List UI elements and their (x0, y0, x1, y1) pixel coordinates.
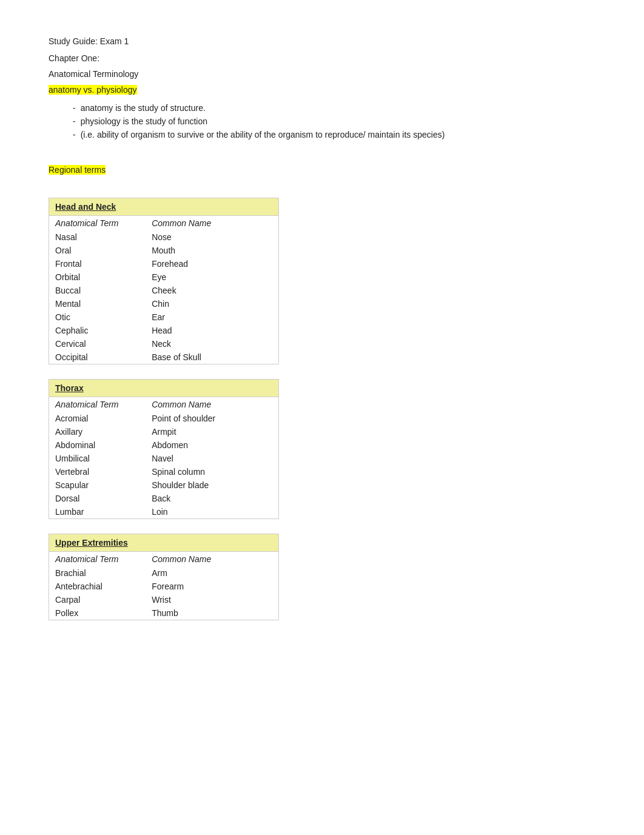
common-name: Abdomen (146, 438, 278, 452)
common-name: Eye (146, 270, 278, 284)
anatomical-term: Vertebral (49, 465, 146, 478)
table-row: UmbilicalNavel (49, 452, 279, 465)
common-name: Back (146, 492, 278, 505)
common-name: Wrist (146, 593, 278, 606)
col-header-anatomical: Anatomical Term (49, 397, 146, 412)
common-name: Cheek (146, 284, 278, 297)
common-name: Chin (146, 297, 278, 310)
table-row: VertebralSpinal column (49, 465, 279, 478)
table-row: CarpalWrist (49, 593, 279, 606)
tables-container: Head and NeckAnatomical TermCommon NameN… (49, 198, 595, 620)
anatomical-term: Buccal (49, 284, 146, 297)
common-name: Head (146, 324, 278, 337)
highlight-regional-terms: Regional terms (49, 165, 106, 175)
bullet-list: anatomy is the study of structure. physi… (73, 103, 595, 139)
common-name: Point of shoulder (146, 412, 278, 425)
bullet-item-3: (i.e. ability of organism to survive or … (73, 130, 595, 139)
anatomical-term: Lumbar (49, 505, 146, 519)
anatomical-term: Carpal (49, 593, 146, 606)
table-row: OralMouth (49, 244, 279, 257)
table-row: OrbitalEye (49, 270, 279, 284)
col-header-common: Common Name (146, 397, 278, 412)
anatomical-term: Brachial (49, 566, 146, 580)
common-name: Arm (146, 566, 278, 580)
common-name: Shoulder blade (146, 478, 278, 492)
col-header-anatomical: Anatomical Term (49, 216, 146, 231)
table-header-thorax: Thorax (49, 380, 279, 397)
table-row: ScapularShoulder blade (49, 478, 279, 492)
common-name: Nose (146, 230, 278, 244)
table-row: PollexThumb (49, 606, 279, 620)
bullet-item-1: anatomy is the study of structure. (73, 103, 595, 113)
common-name: Thumb (146, 606, 278, 620)
col-header-anatomical: Anatomical Term (49, 552, 146, 567)
anatomical-term: Pollex (49, 606, 146, 620)
bullet-item-2: physiology is the study of function (73, 116, 595, 126)
page-title: Study Guide: Exam 1 (49, 36, 595, 46)
table-row: AbdominalAbdomen (49, 438, 279, 452)
anatomical-term: Axillary (49, 425, 146, 438)
anatomical-term: Mental (49, 297, 146, 310)
table-row: AntebrachialForearm (49, 580, 279, 593)
table-row: OccipitalBase of Skull (49, 350, 279, 364)
anatomical-term: Dorsal (49, 492, 146, 505)
common-name: Loin (146, 505, 278, 519)
anatomical-term: Oral (49, 244, 146, 257)
anatomical-term: Orbital (49, 270, 146, 284)
highlight-anatomy-physiology: anatomy vs. physiology (49, 85, 137, 95)
anatomical-term: Antebrachial (49, 580, 146, 593)
anatomical-term: Acromial (49, 412, 146, 425)
anatomical-term: Frontal (49, 257, 146, 270)
table-row: CervicalNeck (49, 337, 279, 350)
table-row: CephalicHead (49, 324, 279, 337)
table-row: AxillaryArmpit (49, 425, 279, 438)
anatomical-term: Cervical (49, 337, 146, 350)
common-name: Mouth (146, 244, 278, 257)
regional-section: Regional terms (49, 165, 595, 181)
col-header-common: Common Name (146, 216, 278, 231)
table-row: BrachialArm (49, 566, 279, 580)
common-name: Navel (146, 452, 278, 465)
common-name: Neck (146, 337, 278, 350)
anatomy-table-upper-extremities: Upper ExtremitiesAnatomical TermCommon N… (49, 534, 279, 620)
anatomical-term: Otic (49, 310, 146, 324)
table-row: NasalNose (49, 230, 279, 244)
anatomical-term: Nasal (49, 230, 146, 244)
table-row: LumbarLoin (49, 505, 279, 519)
common-name: Armpit (146, 425, 278, 438)
common-name: Spinal column (146, 465, 278, 478)
col-header-common: Common Name (146, 552, 278, 567)
table-header-head-neck: Head and Neck (49, 198, 279, 216)
anatomical-term: Umbilical (49, 452, 146, 465)
common-name: Ear (146, 310, 278, 324)
anatomy-table-thorax: ThoraxAnatomical TermCommon NameAcromial… (49, 379, 279, 519)
section-label: Anatomical Terminology (49, 69, 595, 79)
table-row: MentalChin (49, 297, 279, 310)
table-row: FrontalForehead (49, 257, 279, 270)
anatomy-table-head-neck: Head and NeckAnatomical TermCommon NameN… (49, 198, 279, 364)
table-row: BuccalCheek (49, 284, 279, 297)
chapter-label: Chapter One: (49, 53, 595, 63)
common-name: Base of Skull (146, 350, 278, 364)
anatomical-term: Occipital (49, 350, 146, 364)
table-row: DorsalBack (49, 492, 279, 505)
anatomical-term: Abdominal (49, 438, 146, 452)
common-name: Forearm (146, 580, 278, 593)
anatomical-term: Cephalic (49, 324, 146, 337)
table-header-upper-extremities: Upper Extremities (49, 534, 279, 552)
table-row: OticEar (49, 310, 279, 324)
table-row: AcromialPoint of shoulder (49, 412, 279, 425)
anatomical-term: Scapular (49, 478, 146, 492)
common-name: Forehead (146, 257, 278, 270)
